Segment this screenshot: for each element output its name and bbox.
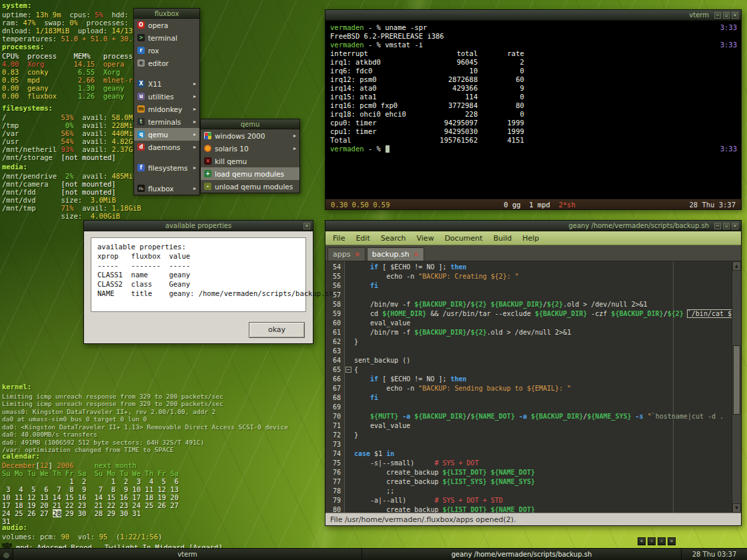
menu-item[interactable]: e editor <box>134 57 199 69</box>
tab-close-icon[interactable] <box>354 250 359 259</box>
okay-button[interactable]: okay <box>249 322 305 338</box>
workspace-arrow-button[interactable]: « <box>638 537 646 545</box>
menu-item-icon <box>137 70 145 77</box>
menu-item-icon: m <box>137 105 145 113</box>
menu-item[interactable]: - unload qemu modules <box>201 180 299 193</box>
menu-item-icon: e <box>137 59 145 67</box>
conky-line: 4.00 Xorg 14.15 opera <box>2 60 145 68</box>
geany-titlebar[interactable]: geany /home/vermaden/scripts/backup.sh <box>325 221 741 231</box>
calendar-line: Su Mo Tu We Th Fr Sa <box>2 469 86 477</box>
calendar-next-month: next month Su Mo Tu We Th Fr Sa 1 2 3 4 … <box>94 461 178 525</box>
code-line: /bin/mv -f ${BACKUP_DIR}/${2} ${BACKUP_D… <box>345 300 732 309</box>
menu-item[interactable]: u utilities ▸ <box>134 90 199 103</box>
properties-list: available properties:xprop fluxbox value… <box>91 237 306 312</box>
properties-dialog: available properties available propertie… <box>83 220 313 344</box>
menu-item[interactable]: d daemons ▸ <box>134 141 199 153</box>
scrollbar-track[interactable] <box>732 271 741 503</box>
menu-item-label: terminals <box>148 118 181 126</box>
menu-item[interactable] <box>134 174 199 182</box>
iconify-button[interactable] <box>714 223 721 229</box>
menu-item[interactable]: r rox <box>134 44 199 57</box>
menu-item[interactable] <box>134 69 199 77</box>
menu-item[interactable]: t terminals ▸ <box>134 115 199 128</box>
terminal-output[interactable]: vermaden - % uname -spr 3:33 FreeBSD 6.2… <box>325 21 741 199</box>
taskbar-task-geany[interactable]: geany /home/vermaden/scripts/backup.sh <box>362 549 682 560</box>
menu-item[interactable]: windows 2000 ▸ <box>201 129 299 142</box>
menubar-item[interactable]: Search <box>376 233 412 244</box>
workspace-arrow-button[interactable]: » <box>668 537 676 545</box>
menu-item[interactable]: × kill qemu <box>201 155 299 167</box>
menu-item[interactable]: q qemu ▸ <box>134 128 199 141</box>
menu-item[interactable]: + load qemu modules <box>201 167 299 180</box>
maximize-button[interactable] <box>723 12 730 19</box>
fold-collapse-icon[interactable]: − <box>345 367 351 373</box>
workspace-arrow-button[interactable]: ‹ <box>648 537 656 545</box>
task-label: vterm <box>177 551 197 558</box>
line-number: 60 <box>325 319 341 328</box>
code-line: if [ $ECHO != NO ]; then <box>345 375 732 384</box>
menu-item-icon: × <box>204 157 211 165</box>
line-number: 58 <box>325 300 341 309</box>
maximize-button[interactable] <box>723 223 730 229</box>
menu-item-icon: fb <box>137 185 145 192</box>
prompt-timestamp: 3:33 <box>720 41 737 49</box>
workspace-arrow-button[interactable]: › <box>658 537 666 545</box>
code-line: -a|--all) # SYS + DOT + STD <box>345 496 732 505</box>
scroll-up-button[interactable] <box>732 261 741 271</box>
conky-line: /var 56% avail: 440MiB <box>2 129 141 137</box>
line-number: 73 <box>325 440 341 449</box>
calendar-title: December[12] 2006 <box>2 461 86 469</box>
menu-item-label: mldonkey <box>148 105 182 113</box>
conky-line: /tmp 0% avail: 228MiB <box>2 121 141 129</box>
section-header: kernel: <box>2 383 288 391</box>
geany-status-bar: File /usr/home/vermaden/.fluxbox/apps op… <box>325 513 741 525</box>
editor-tab[interactable]: backup.sh <box>367 247 424 261</box>
menubar-item[interactable]: File <box>327 233 350 244</box>
menu-item[interactable]: m mldonkey ▸ <box>134 103 199 115</box>
dialog-titlebar[interactable]: available properties <box>84 221 313 231</box>
menu-item[interactable]: solaris 10 ▸ <box>201 142 299 155</box>
calendar-current-month: December[12] 2006 Su Mo Tu We Th Fr Sa 1… <box>2 461 86 525</box>
menu-item[interactable]: O opera <box>134 19 199 31</box>
property-line: NAME title geany: /home/vermaden/scripts… <box>97 289 299 298</box>
menubar-item[interactable]: Help <box>517 233 544 244</box>
menu-item-icon: q <box>137 131 145 138</box>
scroll-down-button[interactable] <box>732 503 741 513</box>
iconify-button[interactable] <box>714 12 721 19</box>
editor-tab[interactable]: apps <box>327 247 365 261</box>
submenu-arrow-icon: ▸ <box>193 106 196 112</box>
menu-item[interactable]: X X11 ▸ <box>134 77 199 90</box>
conky-line: /mnt/tmp 71% avail: 1.18GiB <box>2 204 141 212</box>
close-button[interactable] <box>732 223 738 229</box>
fluxbox-toolbar-icon[interactable] <box>0 549 13 560</box>
menubar-item[interactable]: Edit <box>350 233 375 244</box>
menu-item[interactable] <box>134 153 199 161</box>
tab-close-icon[interactable] <box>414 250 419 259</box>
vterm-titlebar[interactable]: vterm <box>325 10 741 21</box>
editor-scrollbar[interactable] <box>732 261 741 513</box>
line-number: 78 <box>325 487 341 496</box>
menu-item-icon: u <box>137 93 145 100</box>
conky-system-rows: uptime: 13h 9m cpus: 5% hdd: 16KiBram: 4… <box>2 11 154 43</box>
menubar-item[interactable]: Document <box>440 233 488 244</box>
line-number: 77 <box>325 477 341 487</box>
calendar-line: Su Mo Tu We Th Fr Sa <box>94 469 178 477</box>
calendar-line: 31 <box>2 517 86 525</box>
menubar-item[interactable]: View <box>412 233 440 244</box>
code-line: /bin/rm -f ${BACKUP_DIR}/${2}.old > /dev… <box>345 328 732 337</box>
taskbar-task-vterm[interactable]: vterm <box>13 549 362 560</box>
conky-system-section: system: uptime: 13h 9m cpus: 5% hdd: 16K… <box>2 1 154 43</box>
menu-item[interactable]: f filesystems ▸ <box>134 161 199 174</box>
toolbar-arrow-buttons: «‹›» <box>638 537 676 545</box>
calendar-line: 1 2 3 4 5 6 <box>94 477 178 485</box>
conky-line: 0.05 mpd 2.66 mlnet-real <box>2 76 145 84</box>
geany-tabbar: apps backup.sh <box>325 245 741 261</box>
taskbar: vterm geany /home/vermaden/scripts/backu… <box>0 548 747 560</box>
scrollbar-thumb[interactable] <box>733 345 740 415</box>
close-button[interactable] <box>732 12 738 19</box>
close-button[interactable] <box>303 223 310 229</box>
menu-item[interactable]: > terminal <box>134 31 199 44</box>
menubar-item[interactable]: Build <box>488 233 518 244</box>
menu-item[interactable]: fb fluxbox ▸ <box>134 182 199 195</box>
code-view[interactable]: if [ $ECHO != NO ]; then echo -n "BACKUP… <box>345 261 732 513</box>
